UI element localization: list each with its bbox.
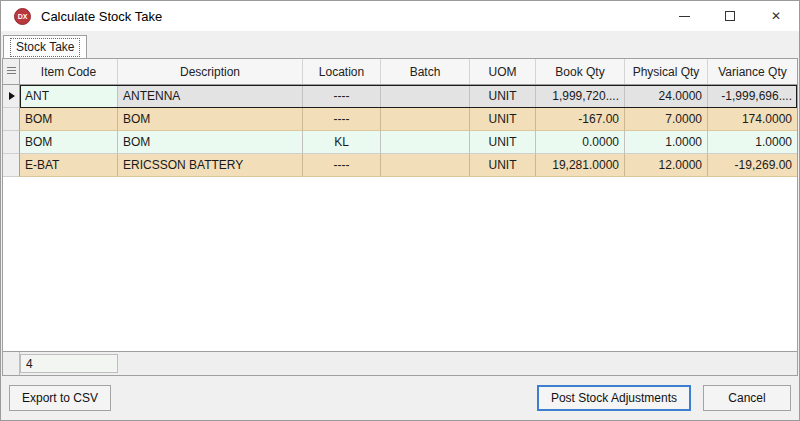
row-indicator-cell [3,85,20,108]
column-header-batch[interactable]: Batch [381,59,470,84]
cell-description[interactable]: ERICSSON BATTERY [118,154,303,177]
tab-strip: Stock Take [1,31,799,58]
column-header-uom[interactable]: UOM [470,59,536,84]
row-indicator-cell [3,108,20,131]
cell-description[interactable]: ANTENNA [118,85,303,108]
grid-footer: 4 [3,351,797,375]
cell-batch[interactable] [381,108,470,131]
column-header-description[interactable]: Description [118,59,303,84]
close-button[interactable]: ✕ [753,1,799,31]
maximize-icon [725,11,735,21]
cell-batch[interactable] [381,154,470,177]
table-row: E-BAT ERICSSON BATTERY ---- UNIT 19,281.… [3,154,797,177]
column-header-variance-qty[interactable]: Variance Qty [708,59,797,84]
grid-options-icon [7,67,16,76]
cancel-button[interactable]: Cancel [703,385,791,411]
column-header-physical-qty[interactable]: Physical Qty [625,59,708,84]
post-stock-adjustments-button[interactable]: Post Stock Adjustments [537,385,691,411]
cell-variance-qty[interactable]: 1.0000 [708,131,797,154]
cell-location[interactable]: ---- [303,108,381,131]
maximize-button[interactable] [707,1,753,31]
app-logo-icon: DX [14,8,31,25]
row-indicator-cell [3,154,20,177]
cell-book-qty[interactable]: 0.0000 [536,131,625,154]
cell-book-qty[interactable]: 19,281.0000 [536,154,625,177]
cell-physical-qty[interactable]: 1.0000 [625,131,708,154]
cell-location[interactable]: ---- [303,154,381,177]
dialog-button-bar: Export to CSV Post Stock Adjustments Can… [1,376,799,420]
grid-corner-button[interactable] [3,59,20,84]
cell-physical-qty[interactable]: 24.0000 [625,85,708,108]
cell-batch[interactable] [381,85,470,108]
cell-batch[interactable] [381,131,470,154]
tab-stock-take-label: Stock Take [10,38,80,57]
cell-uom[interactable]: UNIT [470,108,536,131]
title-bar: DX Calculate Stock Take ✕ [1,1,799,31]
tab-stock-take[interactable]: Stock Take [3,35,87,58]
cell-description[interactable]: BOM [118,131,303,154]
cell-uom[interactable]: UNIT [470,85,536,108]
table-row: BOM BOM KL UNIT 0.0000 1.0000 1.0000 [3,131,797,154]
cell-variance-qty[interactable]: -1,999,696.... [708,85,797,108]
minimize-icon [679,16,690,17]
column-header-book-qty[interactable]: Book Qty [536,59,625,84]
grid-empty-area [3,177,797,351]
export-to-csv-button[interactable]: Export to CSV [9,385,111,411]
grid-footer-gutter [3,352,20,375]
calculate-stock-take-dialog: DX Calculate Stock Take ✕ Stock Take Ite… [0,0,800,421]
grid-header-row: Item Code Description Location Batch UOM… [3,59,797,85]
cell-book-qty[interactable]: -167.00 [536,108,625,131]
column-header-item-code[interactable]: Item Code [20,59,118,84]
row-indicator-icon [9,92,15,100]
cell-location[interactable]: ---- [303,85,381,108]
cell-uom[interactable]: UNIT [470,131,536,154]
cell-item-code[interactable]: BOM [20,131,118,154]
cell-item-code[interactable]: BOM [20,108,118,131]
minimize-button[interactable] [661,1,707,31]
cell-physical-qty[interactable]: 12.0000 [625,154,708,177]
stock-take-grid: Item Code Description Location Batch UOM… [2,58,798,376]
column-header-location[interactable]: Location [303,59,381,84]
cell-variance-qty[interactable]: -19,269.00 [708,154,797,177]
cell-uom[interactable]: UNIT [470,154,536,177]
table-row: ANT ANTENNA ---- UNIT 1,999,720.... 24.0… [3,85,797,108]
cell-physical-qty[interactable]: 7.0000 [625,108,708,131]
row-indicator-cell [3,131,20,154]
cell-location[interactable]: KL [303,131,381,154]
table-row: BOM BOM ---- UNIT -167.00 7.0000 174.000… [3,108,797,131]
window-title: Calculate Stock Take [41,9,162,24]
cell-variance-qty[interactable]: 174.0000 [708,108,797,131]
cell-description[interactable]: BOM [118,108,303,131]
cell-item-code[interactable]: ANT [20,85,118,108]
cell-item-code[interactable]: E-BAT [20,154,118,177]
cell-book-qty[interactable]: 1,999,720.... [536,85,625,108]
record-count: 4 [20,354,118,373]
close-icon: ✕ [771,9,781,23]
